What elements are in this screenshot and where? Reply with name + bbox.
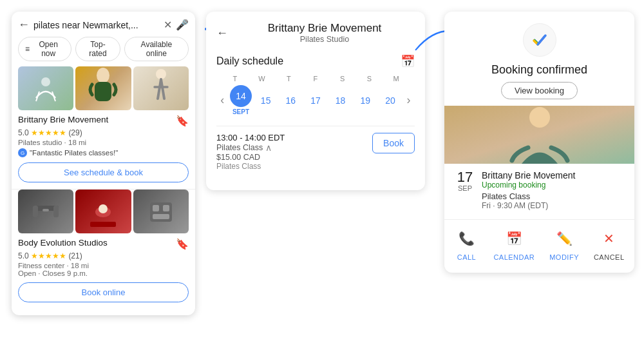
listing-body-evolution: Body Evolution Studios 🔖 5.0 ★★★★★ (21) …: [12, 190, 195, 309]
listing2-image-3: [133, 190, 189, 233]
slot-class-sub: Pilates Class: [216, 162, 285, 171]
schedule-studio-name: Brittany Brie Movement: [234, 22, 415, 35]
svg-rect-2: [95, 82, 111, 101]
expand-icon[interactable]: ∧: [265, 142, 272, 153]
listing-rating: 5.0 ★★★★★ (29): [18, 128, 189, 137]
cal-date-14[interactable]: 14: [230, 85, 252, 107]
calendar-next-icon[interactable]: ›: [404, 93, 413, 107]
cal-date-14-wrap: 14 SEPT: [230, 85, 252, 115]
img-blond-placeholder: [75, 66, 131, 110]
booking-header: Booking confirmed View booking: [444, 12, 634, 106]
call-icon: 📞: [459, 231, 475, 246]
svg-point-1: [97, 68, 109, 83]
img-gym1-placeholder: [18, 190, 73, 233]
filter-top-rated[interactable]: Top-rated: [75, 37, 120, 61]
booking-actions: 📞 CALL 📅 CALENDAR ✏️ MODIFY ✕ CANCEL: [444, 219, 634, 264]
booking-detail: 17 SEP Brittany Brie Movement Upcoming b…: [444, 164, 634, 214]
calendar-day-headers: T W T F S S M: [211, 72, 420, 85]
calendar-icon-wrap: 📅: [502, 226, 526, 251]
svg-rect-14: [153, 214, 169, 219]
filter-available-online[interactable]: Available online: [124, 37, 189, 61]
svg-point-10: [99, 204, 108, 213]
cancel-label: CANCEL: [594, 253, 625, 261]
call-action[interactable]: 📞 CALL: [454, 226, 478, 261]
svg-rect-6: [53, 206, 59, 217]
svg-point-18: [529, 107, 550, 128]
quote-dot-icon: G: [18, 148, 27, 157]
listing2-status: Open · Closes 9 p.m.: [18, 269, 189, 277]
listing-type-distance: Pilates studio · 18 mi: [18, 139, 189, 146]
booking-class: Pilates Class: [482, 191, 576, 201]
calendar-strip: T W T F S S M ‹ 14 SEPT 15 16 17 18 19 2…: [206, 72, 425, 121]
listing2-title-row: Body Evolution Studios 🔖: [18, 238, 189, 250]
schedule-section-title: Daily schedule 📅: [206, 46, 425, 72]
booking-date-num: 17: [457, 170, 473, 184]
cal-date-17[interactable]: 17: [305, 90, 327, 112]
cancel-action[interactable]: ✕ CANCEL: [594, 226, 625, 261]
listing2-rating: 5.0 ★★★★★ (21): [18, 251, 189, 260]
filter-bar: ≡ Open now Top-rated Available online: [12, 37, 195, 66]
booking-time: Fri · 9:30 AM (EDT): [482, 201, 576, 210]
cal-date-19[interactable]: 19: [354, 90, 376, 112]
search-mic-icon[interactable]: 🎤: [176, 19, 189, 31]
booking-info: Brittany Brie Movement Upcoming booking …: [482, 170, 576, 210]
day-hdr-t2: T: [277, 75, 300, 83]
search-clear-icon[interactable]: ✕: [164, 19, 172, 31]
listing2-name: Body Evolution Studios: [18, 238, 108, 248]
booking-panel: Booking confirmed View booking 17 SEP: [444, 12, 634, 273]
booking-image: [444, 106, 634, 164]
svg-rect-7: [43, 209, 49, 211]
listing2-images: [18, 190, 189, 233]
cal-date-18[interactable]: 18: [330, 90, 352, 112]
listing-image-1: [18, 66, 73, 110]
svg-point-3: [156, 69, 166, 79]
day-hdr-s1: S: [331, 75, 354, 83]
cal-date-20[interactable]: 20: [379, 90, 401, 112]
view-booking-button[interactable]: View booking: [501, 82, 578, 99]
slot-class-name: Pilates Class ∧: [216, 142, 285, 153]
search-back-icon[interactable]: ←: [18, 18, 30, 32]
schedule-back-icon[interactable]: ←: [216, 26, 228, 40]
listing2-image-1: [18, 190, 73, 233]
stars2-icon: ★★★★★: [31, 251, 66, 260]
book-online-button[interactable]: Book online: [18, 282, 189, 302]
see-schedule-button[interactable]: See schedule & book: [18, 162, 189, 182]
modify-icon: ✏️: [556, 231, 573, 246]
call-label: CALL: [457, 253, 477, 261]
booking-studio: Brittany Brie Movement: [482, 170, 576, 180]
listing2-image-2: [75, 190, 131, 233]
cal-month-label: SEPT: [232, 108, 249, 115]
schedule-title-block: Brittany Brie Movement Pilates Studio: [234, 22, 415, 44]
svg-rect-13: [163, 205, 169, 211]
booking-date-mon: SEP: [458, 184, 472, 192]
img-stretch-placeholder: [133, 66, 189, 110]
day-hdr-f: F: [304, 75, 327, 83]
bookmark-icon[interactable]: 🔖: [176, 115, 189, 127]
cancel-icon: ✕: [603, 231, 614, 246]
svg-point-0: [41, 77, 50, 86]
calendar-action-icon: 📅: [506, 231, 522, 246]
day-hdr-w: W: [251, 75, 274, 83]
img-gym3-placeholder: [133, 190, 189, 233]
listing-name: Brittany Brie Movement: [18, 115, 108, 124]
bookmark2-icon[interactable]: 🔖: [176, 238, 189, 250]
cal-date-16[interactable]: 16: [279, 90, 301, 112]
svg-rect-5: [33, 206, 38, 217]
calendar-dates-row: ‹ 14 SEPT 15 16 17 18 19 20 ›: [211, 85, 420, 121]
img-gym2-placeholder: [75, 190, 131, 233]
modify-label: MODIFY: [549, 253, 579, 261]
filter-open-now[interactable]: ≡ Open now: [18, 37, 71, 61]
cal-date-15[interactable]: 15: [255, 90, 277, 112]
slot-price: $15.00 CAD: [216, 153, 285, 162]
modify-action[interactable]: ✏️ MODIFY: [549, 226, 579, 261]
calendar-prev-icon[interactable]: ‹: [218, 93, 227, 107]
calendar-action[interactable]: 📅 CALENDAR: [493, 226, 535, 261]
stars-icon: ★★★★★: [31, 128, 66, 137]
book-button[interactable]: Book: [372, 133, 415, 153]
search-input[interactable]: pilates near Newmarket,...: [33, 20, 160, 30]
listing-image-3: [133, 66, 189, 110]
schedule-studio-type: Pilates Studio: [234, 35, 415, 44]
slot-info: 13:00 - 14:00 EDT Pilates Class ∧ $15.00…: [216, 133, 285, 171]
booking-date-block: 17 SEP: [455, 170, 475, 192]
search-bar: ← pilates near Newmarket,... ✕ 🎤: [12, 12, 195, 37]
